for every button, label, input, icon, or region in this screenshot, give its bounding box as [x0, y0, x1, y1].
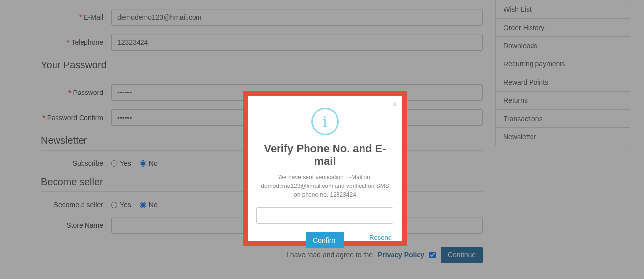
- close-icon[interactable]: ×: [392, 100, 397, 109]
- verification-code-input[interactable]: [256, 207, 393, 224]
- resend-link[interactable]: Resend: [369, 234, 392, 241]
- modal-title: Verify Phone No. and E-mail: [256, 142, 393, 168]
- modal-highlight-border: × i Verify Phone No. and E-mail We have …: [243, 91, 407, 246]
- confirm-button[interactable]: Confirm: [306, 232, 344, 248]
- verify-modal: × i Verify Phone No. and E-mail We have …: [248, 96, 402, 241]
- info-icon: i: [311, 108, 339, 135]
- modal-text: We have sent verification E-Mail on: dem…: [256, 173, 393, 199]
